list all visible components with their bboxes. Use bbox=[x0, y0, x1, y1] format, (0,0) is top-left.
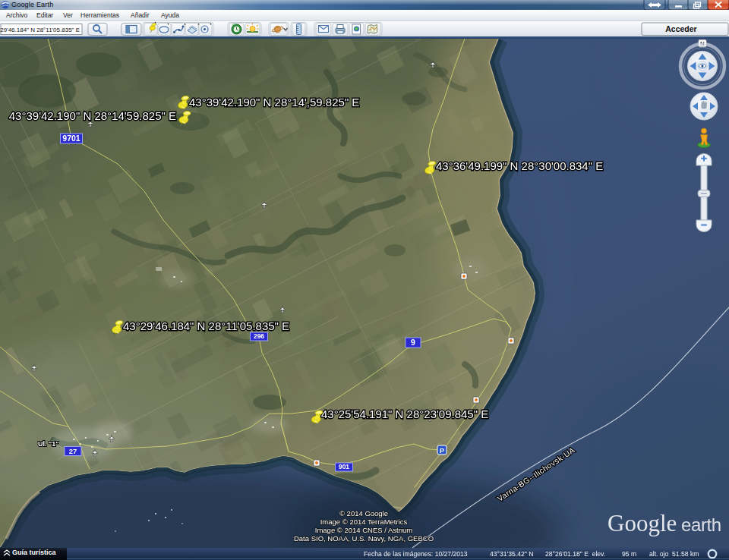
svg-text:43°36'49.199" N 28°30'00.834": 43°36'49.199" N 28°30'00.834" E bbox=[436, 159, 603, 172]
svg-text:43°39'42.190" N 28°14',59.825": 43°39'42.190" N 28°14',59.825" E bbox=[189, 96, 359, 109]
svg-text:9: 9 bbox=[411, 338, 415, 347]
svg-text:© 2014 Google: © 2014 Google bbox=[339, 509, 388, 518]
svg-text:Acceder: Acceder bbox=[665, 24, 696, 33]
svg-text:Ul. "1": Ul. "1" bbox=[38, 440, 59, 448]
svg-text:Image © 2014 TerraMetrics: Image © 2014 TerraMetrics bbox=[320, 518, 408, 526]
svg-text:901: 901 bbox=[339, 463, 349, 470]
svg-text:P: P bbox=[440, 447, 444, 455]
svg-text:Image © 2014 CNES / Astrium: Image © 2014 CNES / Astrium bbox=[315, 526, 413, 534]
svg-text:9701: 9701 bbox=[62, 134, 80, 143]
svg-text:Data SIO, NOAA, U.S. Navy, NGA: Data SIO, NOAA, U.S. Navy, NGA, GEBCO bbox=[294, 534, 434, 543]
svg-text:296: 296 bbox=[254, 332, 264, 340]
svg-text:27: 27 bbox=[69, 447, 77, 455]
svg-text:Google: Google bbox=[608, 510, 677, 536]
svg-text:43°39'42.190" N 28°14'59.825": 43°39'42.190" N 28°14'59.825" E bbox=[9, 109, 176, 122]
svg-text:29'46.184" N 28°11'05.835" E: 29'46.184" N 28°11'05.835" E bbox=[0, 27, 80, 33]
svg-text:earth: earth bbox=[681, 514, 721, 535]
svg-text:43°25'54.191" N 28°23'09.845": 43°25'54.191" N 28°23'09.845" E bbox=[321, 407, 488, 420]
svg-text:43°29'46.184" N 28°11'05.835": 43°29'46.184" N 28°11'05.835" E bbox=[123, 319, 289, 332]
